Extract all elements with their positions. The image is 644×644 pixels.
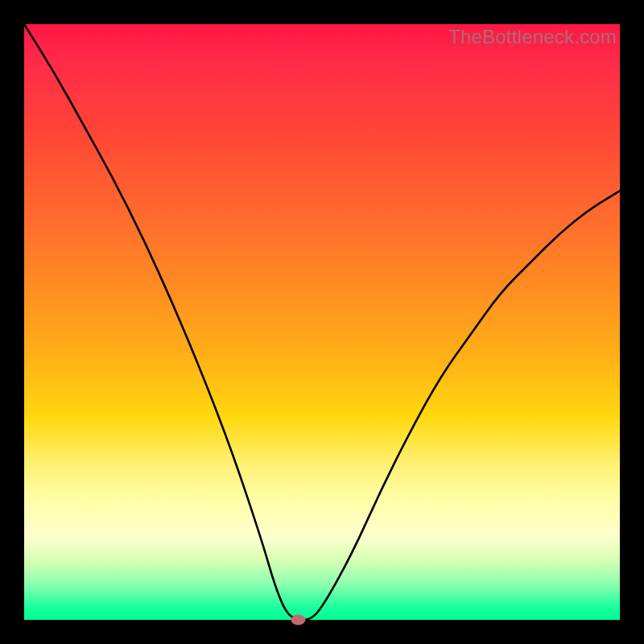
optimum-marker [291, 615, 305, 625]
bottleneck-curve [24, 24, 620, 620]
chart-frame: TheBottleneck.com [0, 0, 644, 644]
chart-svg [24, 24, 620, 620]
